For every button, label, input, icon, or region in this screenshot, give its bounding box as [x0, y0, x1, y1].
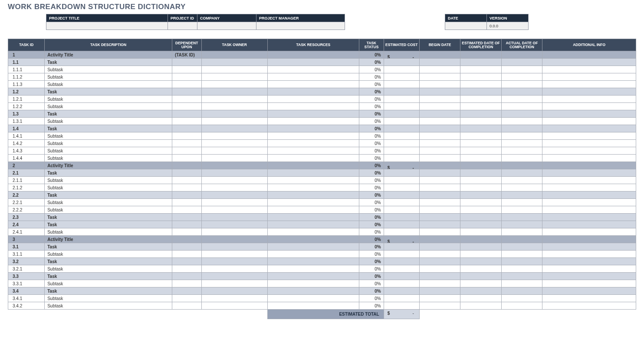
cell-task-status[interactable]: 0%: [359, 103, 384, 110]
cell-begin-date[interactable]: [419, 258, 460, 265]
cell-task-description[interactable]: Task: [45, 258, 172, 265]
cell-task-owner[interactable]: [201, 103, 267, 110]
cell-task-resources[interactable]: [267, 66, 359, 73]
cell-task-id[interactable]: 2.1.2: [8, 184, 45, 191]
cell-task-status[interactable]: 0%: [359, 125, 384, 132]
cell-dependent-upon[interactable]: [172, 243, 201, 251]
cell-task-id[interactable]: 2.4: [8, 221, 45, 228]
cell-task-status[interactable]: 0%: [359, 140, 384, 147]
cell-additional-info[interactable]: [542, 59, 636, 66]
cell-dependent-upon[interactable]: [172, 169, 201, 177]
cell-task-owner[interactable]: [201, 206, 267, 214]
cell-task-resources[interactable]: [267, 265, 359, 273]
cell-task-status[interactable]: 0%: [359, 221, 384, 228]
cell-task-id[interactable]: 3.3.1: [8, 280, 45, 287]
cell-task-status[interactable]: 0%: [359, 73, 384, 81]
cell-task-id[interactable]: 2.1.1: [8, 177, 45, 184]
cell-task-status[interactable]: 0%: [359, 287, 384, 295]
cell-task-resources[interactable]: [267, 169, 359, 177]
cell-task-id[interactable]: 3.4: [8, 287, 45, 295]
cell-begin-date[interactable]: [419, 280, 460, 287]
cell-estimated-cost[interactable]: [384, 258, 419, 265]
cell-begin-date[interactable]: [419, 162, 460, 169]
cell-task-description[interactable]: Task: [45, 221, 172, 228]
cell-actual-completion[interactable]: [501, 214, 542, 221]
cell-task-id[interactable]: 3.3: [8, 273, 45, 280]
cell-dependent-upon[interactable]: [172, 155, 201, 162]
cell-task-resources[interactable]: [267, 81, 359, 88]
cell-task-owner[interactable]: [201, 184, 267, 191]
cell-additional-info[interactable]: [542, 228, 636, 236]
cell-task-status[interactable]: 0%: [359, 51, 384, 59]
cell-task-status[interactable]: 0%: [359, 199, 384, 206]
cell-task-owner[interactable]: [201, 140, 267, 147]
meta-value-version[interactable]: 0.0.0: [487, 22, 529, 30]
cell-estimated-completion[interactable]: [460, 177, 501, 184]
cell-estimated-completion[interactable]: [460, 125, 501, 132]
cell-task-description[interactable]: Task: [45, 110, 172, 118]
cell-begin-date[interactable]: [419, 228, 460, 236]
cell-task-status[interactable]: 0%: [359, 206, 384, 214]
cell-actual-completion[interactable]: [501, 118, 542, 125]
cell-estimated-cost[interactable]: [384, 221, 419, 228]
cell-begin-date[interactable]: [419, 51, 460, 59]
cell-task-status[interactable]: 0%: [359, 302, 384, 310]
cell-task-description[interactable]: Subtask: [45, 228, 172, 236]
cell-task-description[interactable]: Activity Title: [45, 162, 172, 169]
cell-dependent-upon[interactable]: [172, 96, 201, 103]
cell-begin-date[interactable]: [419, 66, 460, 73]
cell-estimated-cost[interactable]: [384, 184, 419, 191]
cell-estimated-completion[interactable]: [460, 81, 501, 88]
cell-task-description[interactable]: Subtask: [45, 73, 172, 81]
cell-task-description[interactable]: Task: [45, 273, 172, 280]
cell-additional-info[interactable]: [542, 51, 636, 59]
cell-actual-completion[interactable]: [501, 66, 542, 73]
cell-estimated-cost[interactable]: [384, 287, 419, 295]
cell-task-owner[interactable]: [201, 155, 267, 162]
cell-task-resources[interactable]: [267, 73, 359, 81]
cell-task-id[interactable]: 2.3: [8, 214, 45, 221]
cell-estimated-cost[interactable]: [384, 243, 419, 251]
cell-estimated-cost[interactable]: [384, 302, 419, 310]
cell-dependent-upon[interactable]: [172, 236, 201, 243]
cell-dependent-upon[interactable]: [172, 302, 201, 310]
cell-task-description[interactable]: Subtask: [45, 265, 172, 273]
cell-task-resources[interactable]: [267, 228, 359, 236]
cell-dependent-upon[interactable]: [172, 103, 201, 110]
cell-task-owner[interactable]: [201, 96, 267, 103]
cell-additional-info[interactable]: [542, 96, 636, 103]
cell-dependent-upon[interactable]: [172, 265, 201, 273]
cell-estimated-cost[interactable]: [384, 206, 419, 214]
cell-dependent-upon[interactable]: [172, 66, 201, 73]
cell-begin-date[interactable]: [419, 96, 460, 103]
cell-begin-date[interactable]: [419, 287, 460, 295]
cell-task-owner[interactable]: [201, 191, 267, 199]
cell-actual-completion[interactable]: [501, 184, 542, 191]
cell-task-status[interactable]: 0%: [359, 273, 384, 280]
cell-estimated-completion[interactable]: [460, 103, 501, 110]
meta-value-project-id[interactable]: [168, 22, 197, 30]
cell-task-owner[interactable]: [201, 228, 267, 236]
cell-dependent-upon[interactable]: [172, 221, 201, 228]
cell-task-owner[interactable]: [201, 214, 267, 221]
cell-task-description[interactable]: Activity Title: [45, 236, 172, 243]
cell-task-resources[interactable]: [267, 140, 359, 147]
cell-estimated-completion[interactable]: [460, 258, 501, 265]
cell-additional-info[interactable]: [542, 81, 636, 88]
cell-task-owner[interactable]: [201, 287, 267, 295]
cell-task-resources[interactable]: [267, 243, 359, 251]
cell-estimated-completion[interactable]: [460, 221, 501, 228]
cell-estimated-completion[interactable]: [460, 140, 501, 147]
cell-task-description[interactable]: Subtask: [45, 147, 172, 155]
cell-begin-date[interactable]: [419, 73, 460, 81]
cell-task-resources[interactable]: [267, 88, 359, 96]
cell-dependent-upon[interactable]: [172, 125, 201, 132]
cell-estimated-cost[interactable]: [384, 169, 419, 177]
meta-value-company[interactable]: [197, 22, 256, 30]
cell-actual-completion[interactable]: [501, 191, 542, 199]
cell-dependent-upon[interactable]: [172, 81, 201, 88]
cell-additional-info[interactable]: [542, 66, 636, 73]
cell-additional-info[interactable]: [542, 221, 636, 228]
cell-estimated-cost[interactable]: [384, 177, 419, 184]
cell-task-resources[interactable]: [267, 191, 359, 199]
